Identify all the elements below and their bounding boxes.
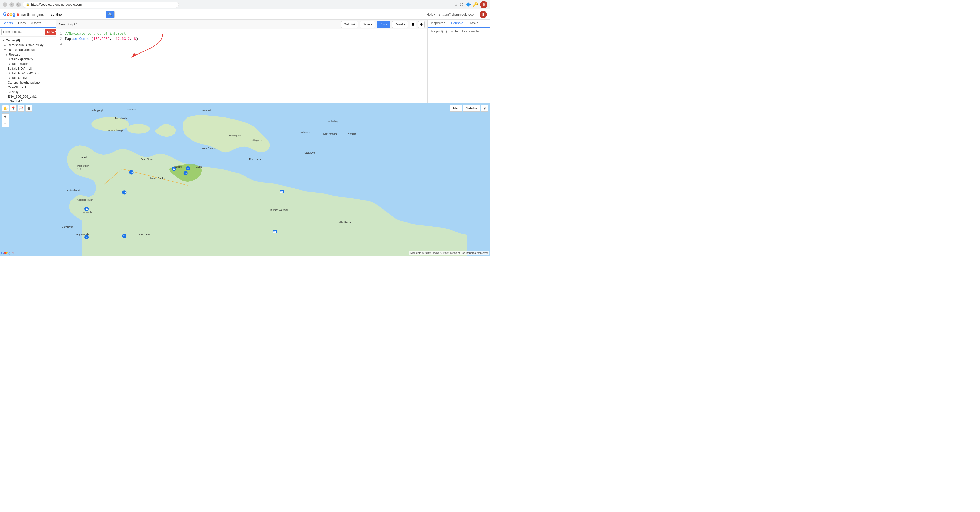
tree-item-buffalo-ndvi-l8[interactable]: ▪ Buffalo NDVI - L8: [0, 66, 56, 71]
svg-text:Burrundle: Burrundle: [82, 211, 92, 214]
left-panel-tabs: Scripts Docs Assets: [0, 20, 56, 27]
user-info[interactable]: shaun@shaunlevick.com: [439, 13, 476, 16]
folder-icon: ▶: [6, 53, 8, 56]
svg-text:City: City: [77, 167, 81, 170]
script-icon: ▪: [6, 72, 7, 75]
script-icon: ▪: [6, 81, 7, 84]
reset-chevron-icon: ▾: [404, 22, 405, 26]
svg-text:Tiwi Islands: Tiwi Islands: [115, 117, 127, 119]
filter-scripts-input[interactable]: [1, 29, 44, 35]
tree-item-label: Classify: [8, 90, 19, 94]
extension-icon-3[interactable]: 🔑: [473, 2, 478, 7]
tree-item-label: Buffalo SRTM: [8, 76, 27, 80]
polyline-tool[interactable]: 📈: [18, 105, 24, 112]
code-setcenter: setCenter: [73, 37, 91, 41]
svg-text:Mount Bundey: Mount Bundey: [150, 177, 165, 179]
tab-docs[interactable]: Docs: [16, 20, 29, 27]
run-label: Run: [380, 22, 385, 26]
code-lat: -12.6312: [114, 37, 130, 41]
script-icon: ▪: [6, 95, 7, 98]
map-container[interactable]: Pirlangimpi Milikapiti Tiwi Islands Wurr…: [0, 103, 490, 256]
tree-item-buffalo-ndvi-modis[interactable]: ▪ Buffalo NDVI - MODIS: [0, 71, 56, 76]
tree-item-env-lab1[interactable]: ▪ ENV_Lab1: [0, 99, 56, 103]
reset-button[interactable]: Reset ▾: [392, 21, 408, 28]
save-label: Save: [363, 22, 370, 26]
tab-assets[interactable]: Assets: [28, 20, 44, 27]
tree-item-label: Buffalo NDVI - MODIS: [8, 72, 39, 75]
zoom-out-button[interactable]: −: [2, 120, 9, 127]
run-button[interactable]: Run ▾: [377, 21, 390, 28]
new-button-label: NEW: [47, 30, 54, 34]
top-panels: Scripts Docs Assets NEW ▾ ▼ Owner (6) ▶ …: [0, 20, 490, 103]
tree-item-buffalo-study[interactable]: ▶ users/shaun/Buffalo_study: [0, 43, 56, 48]
get-link-button[interactable]: Get Link: [341, 21, 358, 28]
settings-button[interactable]: ⚙: [418, 21, 425, 28]
tab-inspector[interactable]: Inspector: [428, 20, 448, 27]
tree-item-buffalo-srtm[interactable]: ▪ Buffalo SRTM: [0, 76, 56, 80]
tree-item-label: users/shaun/default: [8, 48, 35, 52]
svg-text:24: 24: [280, 191, 283, 193]
script-icon: ▪: [6, 86, 7, 89]
tree-item-buffalo-water[interactable]: ▪ Buffalo - water: [0, 62, 56, 66]
help-button[interactable]: Help ▾: [426, 13, 436, 16]
user-avatar-browser[interactable]: S: [480, 1, 487, 8]
map-type-satellite[interactable]: Satellite: [463, 105, 480, 112]
grid-button[interactable]: ⊞: [410, 21, 417, 28]
bookmark-icon[interactable]: ☆: [454, 2, 458, 7]
left-panel: Scripts Docs Assets NEW ▾ ▼ Owner (6) ▶ …: [0, 20, 56, 103]
search-input[interactable]: [49, 11, 106, 18]
code-line-3: 3: [56, 41, 427, 47]
tree-item-research[interactable]: ▶ Research: [0, 52, 56, 57]
svg-text:21: 21: [185, 172, 187, 175]
tree-item-canopy-height[interactable]: ▪ Canopy_height_polygon: [0, 80, 56, 85]
save-button[interactable]: Save ▾: [360, 21, 375, 28]
fullscreen-button[interactable]: ⤢: [481, 105, 488, 112]
zoom-in-button[interactable]: +: [2, 113, 9, 120]
line-content-3: [64, 41, 67, 47]
app-logo: Google Earth Engine: [3, 12, 45, 17]
svg-text:Wurrumiyanga: Wurrumiyanga: [108, 129, 124, 132]
folder-icon: ▼: [4, 48, 6, 51]
forward-button[interactable]: ›: [10, 2, 14, 7]
svg-text:Milingimbi: Milingimbi: [251, 139, 262, 142]
owner-section[interactable]: ▼ Owner (6): [0, 38, 56, 43]
tab-console[interactable]: Console: [448, 20, 466, 27]
svg-text:21: 21: [187, 168, 189, 170]
map-zoom-controls: + −: [2, 113, 9, 127]
script-title: New Script *: [59, 22, 339, 26]
tree-item-env-306[interactable]: ▪ ENV_306_506_Lab1: [0, 94, 56, 99]
svg-text:Litchfield Park: Litchfield Park: [65, 189, 80, 192]
tree-item-casestudy[interactable]: ▪ CaseStudy_1: [0, 85, 56, 90]
tree-item-default[interactable]: ▼ users/shaun/default: [0, 48, 56, 52]
shape-tool[interactable]: ⬟: [25, 105, 32, 112]
tree-item-classify[interactable]: ▪ Classify: [0, 90, 56, 94]
back-button[interactable]: ‹: [3, 2, 7, 7]
tab-tasks[interactable]: Tasks: [466, 20, 481, 27]
code-editor[interactable]: 1 //Navigate to area of interest 2 Map.s…: [56, 29, 427, 103]
tree-item-label: Buffalo NDVI - L8: [8, 67, 32, 70]
extension-icon[interactable]: ⬡: [460, 2, 463, 7]
console-message: Use print(...) to write to this console.: [430, 30, 479, 33]
reset-label: Reset: [395, 22, 403, 26]
editor-header: New Script * Get Link Save ▾ Run ▾ Reset…: [56, 20, 427, 29]
app-header: Google Earth Engine 🔍 Help ▾ shaun@shaun…: [0, 10, 490, 20]
user-avatar-app[interactable]: S: [480, 11, 487, 18]
svg-text:East Arnhem: East Arnhem: [323, 132, 337, 135]
extension-icon-2[interactable]: 🔷: [466, 2, 471, 7]
code-line-2: 2 Map.setCenter(132.5685, -12.6312, 8);: [56, 37, 427, 41]
tree-item-buffalo-geometry[interactable]: ▪ Buffalo - geometry: [0, 57, 56, 62]
owner-expand-arrow: ▼: [2, 38, 5, 42]
pin-tool[interactable]: 📍: [10, 105, 17, 112]
script-tree: ▼ Owner (6) ▶ users/shaun/Buffalo_study …: [0, 37, 56, 103]
map-type-map[interactable]: Map: [450, 105, 462, 112]
search-button[interactable]: 🔍: [106, 11, 115, 18]
address-bar[interactable]: 🔒 https://code.earthengine.google.com: [23, 2, 179, 8]
tab-scripts[interactable]: Scripts: [0, 20, 16, 27]
svg-text:24: 24: [274, 231, 276, 233]
run-chevron-icon: ▾: [386, 22, 388, 26]
filter-row: NEW ▾: [0, 27, 56, 37]
reload-button[interactable]: ↻: [16, 2, 21, 7]
hand-tool[interactable]: ✋: [2, 105, 9, 112]
tree-item-label: CaseStudy_1: [8, 86, 27, 89]
svg-text:Point Stuart: Point Stuart: [141, 158, 153, 161]
